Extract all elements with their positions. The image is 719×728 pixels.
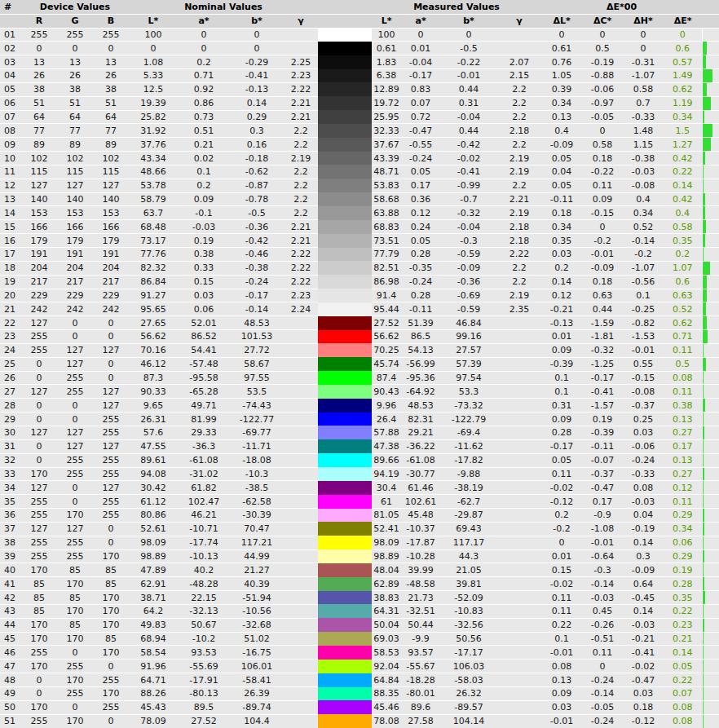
- nominal-a-cell: -32.13: [178, 604, 230, 618]
- measured-b-cell: -0.59: [440, 248, 497, 262]
- nominal-l-cell: 80.86: [129, 509, 178, 523]
- delta-h-cell: -0.02: [623, 660, 664, 673]
- nominal-b-cell: 101.53: [230, 330, 284, 344]
- color-swatch: [318, 206, 372, 220]
- delta-l-cell: 0.2: [541, 261, 582, 275]
- row-number-cell: 01: [0, 28, 21, 42]
- nominal-l-cell: 47.89: [129, 563, 178, 577]
- delta-e-bar-cell: [702, 563, 719, 577]
- nominal-l-cell: 48.66: [129, 165, 178, 179]
- color-measurement-table: # Device Values Nominal Values Measured …: [0, 0, 719, 728]
- delta-h-cell: 0.14: [623, 604, 664, 618]
- measured-a-cell: -0.24: [401, 152, 440, 165]
- measured-a-cell: 50.44: [401, 618, 440, 632]
- device-b-cell: 255: [93, 28, 129, 42]
- device-b-cell: 255: [93, 467, 129, 481]
- nominal-l-cell: 46.12: [129, 357, 178, 371]
- device-r-cell: 153: [21, 206, 57, 220]
- nominal-gamma-cell: 2.2: [284, 206, 318, 220]
- table-row: 1719119119177.760.38-0.462.2277.790.28-0…: [0, 248, 719, 262]
- nominal-a-cell: 50.67: [178, 618, 230, 632]
- delta-e-bar-cell: [702, 316, 719, 330]
- nominal-gamma-cell: [284, 467, 318, 481]
- measured-l-cell: 53.83: [372, 179, 401, 192]
- measured-l-cell: 12.89: [372, 82, 401, 96]
- device-g-cell: 127: [57, 439, 93, 453]
- nominal-gamma-cell: [284, 357, 318, 371]
- device-r-cell: 255: [21, 646, 57, 660]
- device-b-cell: 115: [93, 165, 129, 179]
- delta-e-bar: [703, 509, 705, 522]
- measured-b-cell: 53.3: [440, 385, 497, 399]
- device-r-cell: 38: [21, 82, 57, 96]
- delta-e-cell: 0.17: [664, 439, 702, 453]
- measured-gamma-cell: [497, 316, 541, 330]
- row-number-cell: 16: [0, 234, 21, 248]
- delta-e-cell: 0.27: [664, 426, 702, 439]
- device-r-cell: 217: [21, 275, 57, 289]
- nominal-b-cell: 0.3: [230, 124, 284, 138]
- nominal-b-cell: 106.01: [230, 660, 284, 673]
- device-r-cell: 255: [21, 536, 57, 549]
- column-header-g: G: [57, 14, 93, 28]
- delta-c-cell: -0.19: [582, 55, 623, 69]
- nominal-b-cell: 26.39: [230, 687, 284, 701]
- delta-e-cell: 1.19: [664, 96, 702, 110]
- measured-a-cell: 82.31: [401, 413, 440, 426]
- delta-e-cell: 0.08: [664, 700, 702, 714]
- row-number-cell: 10: [0, 152, 21, 165]
- color-swatch: [318, 110, 372, 124]
- device-b-cell: 255: [93, 453, 129, 467]
- delta-e-bar: [703, 687, 704, 700]
- nominal-b-cell: -74.43: [230, 399, 284, 413]
- delta-h-cell: 1.48: [623, 124, 664, 138]
- nominal-a-cell: 0.02: [178, 152, 230, 165]
- device-b-cell: 0: [93, 660, 129, 673]
- delta-l-cell: 0.11: [541, 467, 582, 481]
- device-r-cell: 85: [21, 591, 57, 605]
- nominal-a-cell: 0: [178, 42, 230, 55]
- device-g-cell: 242: [57, 302, 93, 316]
- device-g-cell: 127: [57, 343, 93, 357]
- color-swatch: [318, 426, 372, 439]
- delta-c-cell: -1.59: [582, 316, 623, 330]
- delta-h-cell: 0.25: [623, 413, 664, 426]
- column-header-delta-l: ΔL*: [541, 14, 582, 28]
- nominal-a-cell: 29.33: [178, 426, 230, 439]
- delta-e-cell: 0.23: [664, 618, 702, 632]
- delta-e-bar-cell: [702, 467, 719, 481]
- measured-a-cell: 61.46: [401, 481, 440, 495]
- table-row: 232550056.6286.52101.5356.6286.599.160.0…: [0, 330, 719, 344]
- delta-h-cell: -0.03: [623, 618, 664, 632]
- device-r-cell: 13: [21, 55, 57, 69]
- device-g-cell: 127: [57, 357, 93, 371]
- device-r-cell: 0: [21, 371, 57, 385]
- measured-gamma-cell: [497, 549, 541, 563]
- table-row: 1617917917973.170.19-0.422.2173.510.05-0…: [0, 234, 719, 248]
- color-swatch: [318, 413, 372, 426]
- delta-e-cell: 0.08: [664, 371, 702, 385]
- delta-e-bar: [703, 701, 704, 714]
- delta-e-bar: [703, 426, 704, 439]
- delta-l-cell: 0.13: [541, 110, 582, 124]
- delta-e-bar-cell: [702, 55, 719, 69]
- measured-b-cell: -0.09: [440, 261, 497, 275]
- delta-l-cell: 0.03: [541, 700, 582, 714]
- device-r-cell: 0: [21, 399, 57, 413]
- table-row: 1212712712753.780.2-0.872.253.830.17-0.9…: [0, 179, 719, 192]
- delta-e-cell: 0: [664, 28, 702, 42]
- device-r-cell: 64: [21, 110, 57, 124]
- delta-e-bar-cell: [702, 82, 719, 96]
- measured-l-cell: 0.61: [372, 42, 401, 55]
- device-g-cell: 127: [57, 426, 93, 439]
- color-swatch: [318, 700, 372, 714]
- device-r-cell: 85: [21, 604, 57, 618]
- delta-e-cell: 0.11: [664, 385, 702, 399]
- measured-a-cell: 89.6: [401, 700, 440, 714]
- delta-e-bar-cell: [702, 509, 719, 523]
- nominal-b-cell: -0.62: [230, 165, 284, 179]
- nominal-gamma-cell: 2.2: [284, 124, 318, 138]
- nominal-l-cell: 43.34: [129, 152, 178, 165]
- delta-c-cell: 0.5: [582, 42, 623, 55]
- delta-e-cell: 0.71: [664, 330, 702, 344]
